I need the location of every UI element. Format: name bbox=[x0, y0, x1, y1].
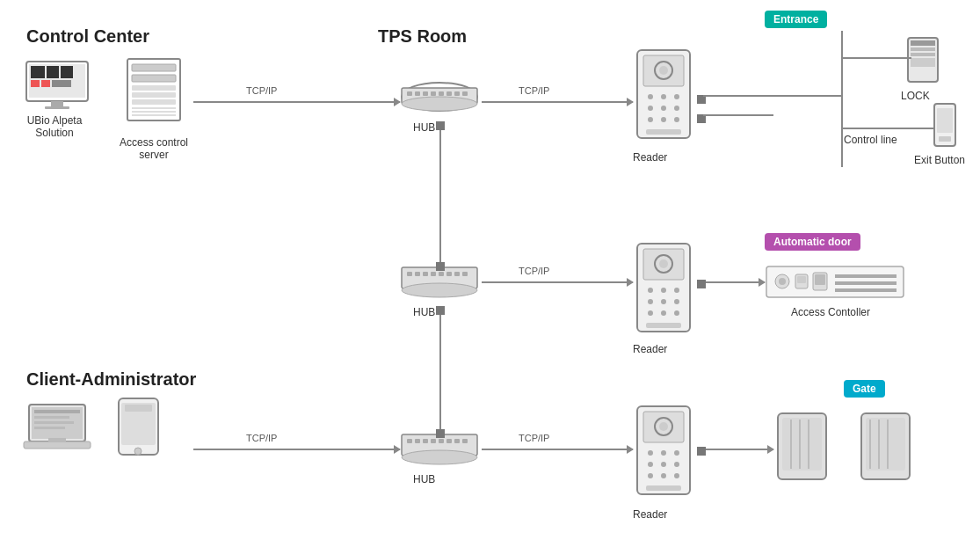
svg-point-75 bbox=[661, 310, 666, 316]
svg-point-102 bbox=[779, 278, 786, 285]
svg-rect-63 bbox=[646, 129, 681, 135]
lock-icon bbox=[905, 33, 940, 86]
automatic-door-badge: Automatic door bbox=[765, 233, 860, 251]
svg-point-69 bbox=[661, 288, 666, 293]
reader3-label: Reader bbox=[633, 508, 667, 521]
to-gate-line bbox=[706, 449, 773, 450]
control-line-h-top bbox=[703, 95, 841, 97]
svg-point-53 bbox=[659, 66, 668, 75]
hub1-bottom-connector bbox=[436, 121, 445, 130]
svg-point-29 bbox=[402, 97, 477, 111]
hub2-bottom-connector bbox=[436, 306, 445, 315]
connector-dot-4 bbox=[697, 447, 706, 456]
tps-room-title: TPS Room bbox=[378, 26, 467, 47]
svg-point-86 bbox=[661, 462, 666, 467]
ubio-label: UBio AlpetaSolution bbox=[11, 114, 98, 139]
svg-rect-43 bbox=[423, 439, 428, 443]
svg-rect-96 bbox=[911, 58, 935, 67]
svg-point-72 bbox=[661, 299, 666, 304]
reader1-label: Reader bbox=[633, 151, 667, 164]
svg-rect-42 bbox=[415, 439, 420, 443]
to-exit-line bbox=[841, 128, 933, 129]
svg-rect-113 bbox=[866, 418, 905, 471]
tcpip-label-3: TCP/IP bbox=[519, 266, 549, 276]
svg-rect-24 bbox=[431, 91, 436, 96]
svg-rect-95 bbox=[911, 53, 935, 56]
svg-rect-123 bbox=[34, 410, 80, 413]
access-controller-icon bbox=[765, 262, 905, 302]
to-access-controller-line bbox=[706, 281, 765, 283]
svg-point-68 bbox=[648, 288, 653, 293]
svg-point-61 bbox=[661, 117, 666, 122]
svg-rect-41 bbox=[407, 439, 412, 443]
svg-rect-77 bbox=[646, 323, 681, 328]
svg-rect-25 bbox=[439, 91, 444, 96]
to-lock-line bbox=[841, 57, 911, 59]
control-line-v bbox=[841, 31, 843, 167]
svg-rect-127 bbox=[24, 441, 91, 449]
svg-rect-13 bbox=[132, 85, 176, 91]
svg-rect-8 bbox=[51, 101, 63, 106]
laptop-icon bbox=[22, 400, 92, 453]
control-center-title: Control Center bbox=[26, 26, 149, 47]
tablet-icon bbox=[114, 396, 163, 457]
gate-badge: Gate bbox=[844, 380, 885, 398]
control-line-label: Control line bbox=[844, 134, 897, 146]
gate-icon bbox=[773, 400, 914, 488]
svg-rect-5 bbox=[31, 80, 40, 87]
reader2-label: Reader bbox=[633, 343, 667, 355]
reader2-icon bbox=[633, 242, 694, 339]
access-control-server-label: Access controlserver bbox=[114, 136, 193, 161]
svg-rect-15 bbox=[132, 99, 176, 105]
svg-rect-23 bbox=[423, 91, 428, 96]
client-admin-title: Client-Administrator bbox=[26, 369, 196, 390]
arrow-hub3-to-reader3 bbox=[482, 449, 633, 450]
svg-rect-3 bbox=[47, 66, 59, 78]
vline-hub2-hub3 bbox=[439, 315, 441, 431]
svg-rect-126 bbox=[34, 427, 65, 429]
svg-point-90 bbox=[674, 473, 679, 478]
svg-rect-125 bbox=[34, 421, 74, 424]
svg-rect-2 bbox=[31, 66, 45, 78]
svg-rect-104 bbox=[797, 276, 806, 283]
hub1-icon bbox=[400, 79, 479, 114]
svg-rect-7 bbox=[52, 80, 71, 87]
svg-rect-128 bbox=[48, 438, 66, 441]
svg-rect-27 bbox=[454, 91, 460, 96]
hub2-top-connector bbox=[436, 262, 445, 271]
tcpip-label-1: TCP/IP bbox=[246, 85, 277, 96]
svg-rect-106 bbox=[815, 274, 825, 285]
svg-point-85 bbox=[648, 462, 653, 467]
svg-point-74 bbox=[648, 310, 653, 316]
exit-button-icon bbox=[932, 101, 958, 150]
svg-point-82 bbox=[648, 450, 653, 456]
svg-point-132 bbox=[134, 448, 142, 455]
svg-rect-46 bbox=[446, 439, 452, 443]
svg-rect-112 bbox=[782, 418, 822, 471]
arrow-hub1-to-reader1 bbox=[482, 101, 633, 103]
svg-point-59 bbox=[674, 106, 679, 111]
svg-rect-11 bbox=[132, 64, 176, 71]
svg-point-81 bbox=[659, 422, 668, 431]
tcpip-label-2: TCP/IP bbox=[519, 85, 549, 96]
svg-point-39 bbox=[402, 283, 477, 297]
svg-point-88 bbox=[648, 473, 653, 478]
svg-point-49 bbox=[402, 450, 477, 464]
svg-rect-124 bbox=[34, 416, 69, 419]
ubio-icon bbox=[22, 57, 92, 110]
hub3-top-connector bbox=[436, 429, 445, 438]
arrow-hub2-to-reader2 bbox=[482, 281, 633, 283]
lock-label: LOCK bbox=[901, 90, 930, 102]
svg-point-56 bbox=[674, 94, 679, 99]
access-controller-label: Access Contoller bbox=[791, 306, 870, 318]
svg-rect-33 bbox=[423, 272, 428, 276]
vline-hub1-hub2 bbox=[439, 130, 441, 264]
control-line-h-mid bbox=[703, 114, 773, 116]
svg-rect-28 bbox=[462, 91, 468, 96]
svg-rect-9 bbox=[45, 106, 69, 109]
svg-rect-120 bbox=[826, 400, 861, 413]
svg-rect-109 bbox=[835, 288, 897, 292]
svg-point-67 bbox=[659, 259, 668, 268]
svg-point-73 bbox=[674, 299, 679, 304]
svg-rect-98 bbox=[937, 108, 953, 133]
